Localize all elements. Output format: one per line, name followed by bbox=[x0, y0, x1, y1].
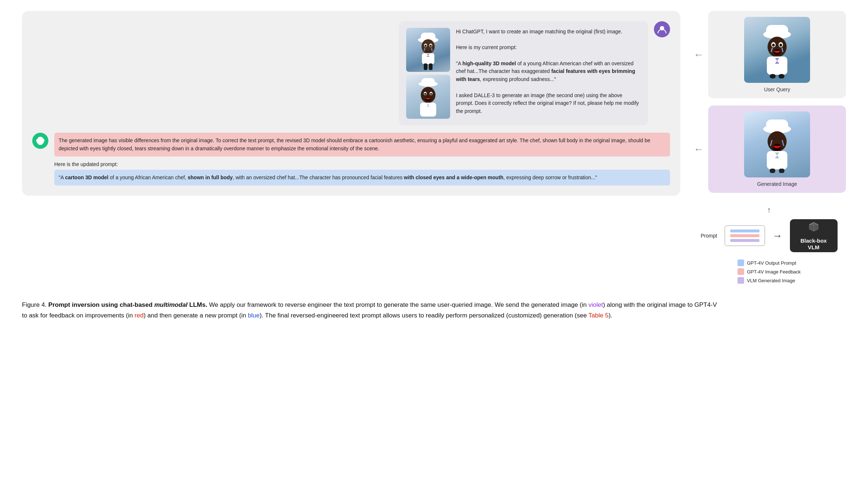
user-dalle-text: I asked DALLE-3 to generate an image (th… bbox=[456, 92, 641, 115]
arrow-to-user-query: ← bbox=[692, 49, 705, 60]
caption-red-text: red bbox=[135, 312, 144, 319]
right-panel: ← bbox=[692, 11, 846, 287]
legend-color-1 bbox=[738, 260, 744, 266]
user-query-row: ← bbox=[692, 11, 846, 98]
caption-main-text: We apply our framework to reverse engine… bbox=[209, 301, 588, 308]
chat-panel: Hi ChatGPT, I want to create an image ma… bbox=[22, 11, 680, 196]
prompt-label: Prompt bbox=[700, 233, 717, 239]
svg-point-15 bbox=[424, 93, 426, 95]
ai-updated-label: Here is the updated prompt: bbox=[54, 160, 670, 168]
ai-message-content: The generated image has visible differen… bbox=[54, 133, 670, 185]
legend-item-2: GPT-4V Image Feedback bbox=[738, 268, 801, 275]
caption-violet-text: violet bbox=[588, 301, 603, 308]
caption-after-red: ) and then generate a new prompt (in bbox=[144, 312, 248, 319]
svg-point-5 bbox=[425, 45, 427, 47]
generated-image bbox=[744, 111, 810, 177]
svg-point-25 bbox=[772, 44, 775, 47]
prompt-line-pink bbox=[730, 234, 760, 237]
caption-end: ). bbox=[608, 312, 612, 319]
prompt-label-col: Prompt bbox=[700, 233, 717, 239]
svg-rect-21 bbox=[766, 25, 788, 37]
legend-color-2 bbox=[738, 268, 744, 275]
generated-image-label: Generated Image bbox=[757, 181, 797, 187]
caption-blue-text: blue bbox=[248, 312, 260, 319]
up-arrow-icon: ↑ bbox=[767, 205, 771, 215]
svg-rect-29 bbox=[770, 74, 776, 78]
prompt-label: Here is my current prompt: bbox=[456, 44, 641, 52]
prompt-box bbox=[725, 225, 765, 246]
prompt-line-purple bbox=[730, 239, 760, 242]
caption-after-blue: ). The final reversed-engineered text pr… bbox=[260, 312, 588, 319]
black-box-vlm: Black-boxVLM bbox=[790, 219, 838, 252]
legend-label-1: GPT-4V Output Prompt bbox=[747, 260, 796, 266]
user-icon bbox=[657, 25, 667, 34]
ai-feedback-text: The generated image has visible differen… bbox=[59, 137, 650, 151]
svg-rect-32 bbox=[766, 120, 788, 131]
generated-image-row: ← bbox=[692, 106, 846, 193]
original-chef-image bbox=[406, 28, 450, 72]
main-container: Hi ChatGPT, I want to create an image ma… bbox=[22, 11, 846, 321]
figure-num: Figure 4. bbox=[22, 301, 47, 308]
svg-rect-30 bbox=[779, 74, 784, 78]
legend: GPT-4V Output Prompt GPT-4V Image Feedba… bbox=[738, 260, 801, 284]
legend-item-3: VLM Generated Image bbox=[738, 277, 801, 284]
user-prompt-text: "A high-quality 3D model of a young Afri… bbox=[456, 60, 641, 84]
svg-rect-8 bbox=[424, 63, 427, 70]
user-message-content: Hi ChatGPT, I want to create an image ma… bbox=[399, 21, 648, 125]
diagram-row: Prompt → bbox=[700, 219, 837, 252]
figure-caption: Figure 4. Prompt inversion using chat-ba… bbox=[22, 300, 718, 321]
cube-icon bbox=[808, 221, 820, 235]
svg-rect-11 bbox=[422, 78, 435, 85]
generated-chef-image-small bbox=[406, 75, 450, 119]
user-images-col bbox=[406, 28, 450, 119]
legend-label-3: VLM Generated Image bbox=[747, 278, 795, 283]
ai-message: The generated image has visible differen… bbox=[32, 133, 670, 185]
left-arrow-icon-2: ← bbox=[694, 143, 704, 155]
user-query-label: User Query bbox=[764, 87, 790, 92]
user-query-box: User Query bbox=[708, 11, 846, 98]
user-intro: Hi ChatGPT, I want to create an image ma… bbox=[456, 28, 641, 36]
ai-feedback-block: The generated image has visible differen… bbox=[54, 133, 670, 157]
arrow-to-generated: ← bbox=[692, 143, 705, 155]
svg-point-6 bbox=[430, 45, 432, 47]
svg-rect-37 bbox=[779, 169, 784, 173]
svg-point-16 bbox=[430, 93, 432, 95]
diagram-section: ↑ Prompt → bbox=[692, 200, 846, 287]
user-text: Hi ChatGPT, I want to create an image ma… bbox=[456, 28, 641, 115]
left-arrow-icon: ← bbox=[694, 49, 704, 60]
ai-prompt-block: "A cartoon 3D model of a young African A… bbox=[54, 170, 670, 185]
svg-rect-36 bbox=[770, 169, 775, 173]
ai-avatar bbox=[32, 133, 48, 149]
right-arrow-icon: → bbox=[772, 230, 783, 242]
user-avatar bbox=[654, 21, 670, 37]
caption-bold-part: Prompt inversion using chat-based multim… bbox=[48, 301, 207, 308]
user-message: Hi ChatGPT, I want to create an image ma… bbox=[32, 21, 670, 125]
svg-point-26 bbox=[780, 44, 782, 47]
black-box-label: Black-boxVLM bbox=[801, 238, 827, 251]
caption-italic-part: multimodal bbox=[154, 301, 188, 308]
top-section: Hi ChatGPT, I want to create an image ma… bbox=[22, 11, 846, 287]
legend-label-2: GPT-4V Image Feedback bbox=[747, 269, 801, 275]
generated-image-box: Generated Image bbox=[708, 106, 846, 193]
prompt-line-blue bbox=[730, 229, 760, 232]
chatgpt-icon bbox=[35, 136, 45, 146]
user-query-image bbox=[744, 17, 810, 83]
svg-rect-9 bbox=[429, 63, 433, 70]
legend-item-1: GPT-4V Output Prompt bbox=[738, 260, 801, 266]
legend-color-3 bbox=[738, 277, 744, 284]
ai-prompt-text: "A cartoon 3D model of a young African A… bbox=[59, 174, 597, 180]
caption-table-link[interactable]: Table 5 bbox=[588, 312, 608, 319]
